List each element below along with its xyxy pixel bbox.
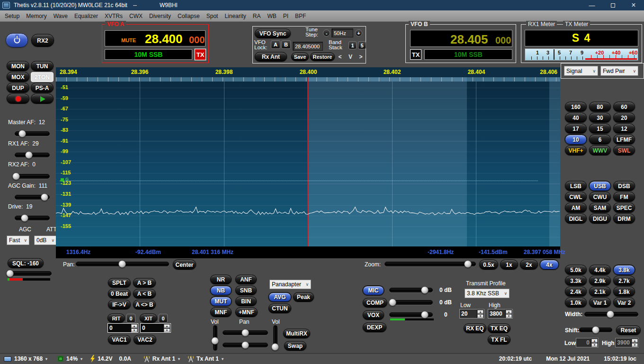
- dup-button[interactable]: DUP: [7, 83, 29, 93]
- menu-wb[interactable]: WB: [267, 13, 276, 19]
- band-17-button[interactable]: 17: [565, 124, 587, 134]
- menu-memory[interactable]: Memory: [26, 13, 46, 19]
- mic-thumb[interactable]: [421, 286, 429, 294]
- sql-thumb[interactable]: [6, 270, 14, 277]
- mode-drm-button[interactable]: DRM: [613, 214, 635, 224]
- filter-44-button[interactable]: 4.4k: [589, 265, 611, 275]
- band-stack-1-button[interactable]: 1: [349, 41, 357, 49]
- nr-button[interactable]: NR: [210, 275, 232, 284]
- nav-v-button[interactable]: V: [347, 53, 354, 61]
- band-40-button[interactable]: 40: [565, 113, 587, 123]
- tx-ant-select[interactable]: Tx Ant 1 ▾: [188, 355, 224, 363]
- menu-linearity[interactable]: Linearity: [224, 13, 246, 19]
- zoom-1x-button[interactable]: 1x: [500, 260, 518, 270]
- vfo-b-frequency-display[interactable]: 28.405 000: [410, 30, 512, 47]
- ps-a-button[interactable]: PS-A: [31, 83, 54, 93]
- rx2-af-slider[interactable]: [15, 174, 50, 179]
- power-button[interactable]: [6, 33, 28, 47]
- zero-beat-button[interactable]: 0 Beat: [108, 289, 131, 299]
- cpu-usage[interactable]: 14% ▾: [58, 355, 82, 362]
- drive-slider[interactable]: [15, 216, 50, 220]
- rit-button[interactable]: RIT: [107, 314, 125, 323]
- tx-meter-mode-select[interactable]: Fwd Pwr∨: [600, 66, 638, 76]
- pan1-thumb[interactable]: [242, 329, 249, 337]
- vfo-a-frequency-display[interactable]: MUTE 28.400 000: [105, 30, 206, 46]
- mode-cwl-button[interactable]: CWL: [565, 192, 587, 202]
- vac1-button[interactable]: VAC1: [108, 335, 131, 345]
- filter-5k-button[interactable]: 5.0k: [565, 265, 587, 275]
- mode-usb-button[interactable]: USB: [589, 181, 611, 191]
- mnf-button[interactable]: MNF: [210, 308, 232, 317]
- band-swl-button[interactable]: SWL: [613, 146, 635, 155]
- menu-equalizer[interactable]: Equalizer: [74, 13, 98, 19]
- menu-spot[interactable]: Spot: [206, 13, 218, 19]
- tune-step-plus-button[interactable]: +: [355, 29, 362, 36]
- tune-step-minus-button[interactable]: -: [323, 29, 330, 36]
- band-60-button[interactable]: 60: [613, 102, 635, 112]
- master-af-thumb[interactable]: [18, 130, 26, 137]
- menu-collapse[interactable]: Collapse: [178, 13, 200, 19]
- rit-stepper[interactable]: 0▲▼: [107, 323, 138, 333]
- ctun-button[interactable]: CTUN: [268, 304, 291, 313]
- vox-thumb[interactable]: [421, 311, 429, 318]
- minimize-icon[interactable]: —: [581, 0, 602, 10]
- band-160-button[interactable]: 160: [565, 102, 587, 112]
- tun-button[interactable]: TUN: [31, 61, 54, 71]
- menu-diversity[interactable]: Diversity: [149, 13, 171, 19]
- vfo-a-tx-button[interactable]: TX: [195, 49, 206, 60]
- band-15-button[interactable]: 15: [589, 124, 611, 134]
- zoom-05x-button[interactable]: 0.5x: [479, 260, 498, 270]
- xit-zero-button[interactable]: 0: [159, 314, 168, 323]
- display-mode-select[interactable]: Panadapter∨: [269, 280, 311, 289]
- menu-cwx[interactable]: CWX: [129, 13, 143, 19]
- a-to-b-button[interactable]: A > B: [133, 278, 156, 288]
- menu-setup[interactable]: Setup: [5, 13, 19, 19]
- b-to-a-button[interactable]: A < B: [133, 289, 156, 299]
- vox-button[interactable]: VOX: [363, 310, 384, 320]
- nav-prev-button[interactable]: <: [337, 53, 343, 61]
- drive-thumb[interactable]: [21, 214, 28, 222]
- peak-button[interactable]: Peak: [293, 292, 314, 302]
- filter-var2-button[interactable]: Var 2: [613, 298, 635, 308]
- close-icon[interactable]: ×: [623, 0, 644, 10]
- restore-button[interactable]: Restore: [310, 53, 335, 61]
- pan2-thumb[interactable]: [242, 341, 249, 349]
- vfo-b-tx-button[interactable]: TX: [410, 49, 421, 60]
- 2ton-button[interactable]: 2TON: [31, 72, 54, 82]
- rx-eq-button[interactable]: RX EQ: [464, 324, 486, 333]
- plus-mnf-button[interactable]: +MNF: [235, 308, 258, 317]
- filter-low-stepper[interactable]: 0▲▼: [576, 338, 599, 347]
- mode-dsb-button[interactable]: DSB: [613, 181, 635, 191]
- save-button[interactable]: Save: [291, 53, 309, 61]
- shift-thumb[interactable]: [592, 326, 599, 334]
- mode-spec-button[interactable]: SPEC: [613, 203, 635, 213]
- vfo-lock-a-button[interactable]: A: [271, 40, 280, 49]
- comp-thumb[interactable]: [389, 299, 396, 306]
- zoom-thumb[interactable]: [464, 260, 472, 268]
- filter-high-stepper[interactable]: 3900▲▼: [615, 338, 639, 347]
- tx-high-stepper[interactable]: 3800▲▼: [488, 309, 513, 318]
- play-button[interactable]: [31, 94, 54, 104]
- center-button[interactable]: Center: [173, 260, 196, 270]
- comp-button[interactable]: COMP: [363, 298, 387, 308]
- vac2-button[interactable]: VAC2: [134, 335, 156, 345]
- menu-bpf[interactable]: BPF: [295, 13, 306, 19]
- a-swap-b-button[interactable]: A <> B: [133, 300, 156, 309]
- filter-10-button[interactable]: 1.0k: [565, 298, 587, 308]
- pan-thumb[interactable]: [118, 260, 126, 268]
- agc-select[interactable]: Fast∨: [7, 236, 29, 245]
- mode-sam-button[interactable]: SAM: [589, 203, 611, 213]
- if-to-v-button[interactable]: IF->V: [108, 300, 131, 309]
- rit-zero-button[interactable]: 0: [126, 314, 135, 323]
- record-button[interactable]: [7, 94, 29, 104]
- agc-threshold-line[interactable]: [60, 181, 538, 181]
- att-select[interactable]: 0dB∨: [34, 236, 57, 245]
- rx-meter-mode-select[interactable]: Signal∨: [564, 66, 598, 76]
- mut-button[interactable]: MUT: [210, 297, 232, 306]
- mox-button[interactable]: MOX: [7, 72, 29, 82]
- mode-fm-button[interactable]: FM: [613, 192, 635, 202]
- mic-button[interactable]: MIC: [363, 286, 384, 295]
- mode-digu-button[interactable]: DIGU: [589, 214, 611, 224]
- rx1-af-thumb[interactable]: [25, 151, 33, 159]
- multirx-button[interactable]: MultiRX: [283, 329, 310, 338]
